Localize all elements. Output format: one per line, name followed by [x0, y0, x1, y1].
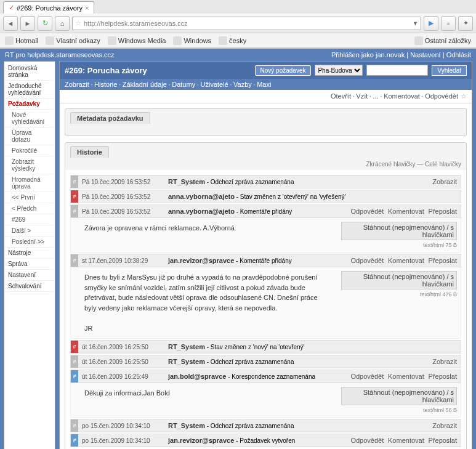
chevron-down-icon[interactable]: ▼ [413, 20, 418, 26]
sidebar-item[interactable]: << První [6, 192, 54, 203]
bookmark-item[interactable]: česky [219, 36, 246, 45]
sidebar-item[interactable]: Poslední >> [6, 237, 54, 248]
tab-bar: ✓ #269: Porucha závory × [0, 0, 476, 14]
sidebar-item[interactable]: Úprava dotazu [6, 127, 54, 145]
entry-action[interactable]: Přeposlat [429, 257, 457, 264]
sidebar-item[interactable]: Další > [6, 225, 54, 237]
entry-action[interactable]: Zobrazit [432, 422, 457, 429]
sidebar-item[interactable]: Pokročilé [6, 145, 54, 156]
sidebar-item[interactable]: Nástroje [6, 248, 54, 259]
entry-description: anna.vyborna@ajeto - Komentáře přidány [164, 205, 344, 217]
entry-action[interactable]: Zobrazit [432, 178, 457, 185]
entry-marker[interactable]: # [71, 341, 78, 353]
close-icon[interactable]: × [85, 4, 89, 12]
download-button[interactable]: Stáhnout (nepojmenováno) / s hlavičkami [341, 222, 457, 240]
submenu-item[interactable]: Zobrazit [65, 81, 89, 88]
sidebar-item[interactable]: Hromadná úprava [6, 174, 54, 192]
entry-marker[interactable]: # [71, 370, 78, 382]
action-link[interactable]: Komentovat [384, 92, 420, 100]
go-button[interactable]: ▶ [424, 16, 438, 31]
submenu-item[interactable]: Historie [94, 81, 117, 88]
forward-button[interactable]: ► [20, 16, 35, 31]
tab-title: #269: Porucha závory [17, 4, 83, 12]
tools-button[interactable]: ✦ [458, 16, 473, 31]
search-button[interactable]: Vyhledat [432, 65, 467, 76]
entry-marker[interactable]: # [71, 176, 78, 188]
sidebar-item[interactable]: #269 [6, 214, 54, 225]
reload-button[interactable]: ↻ [38, 16, 52, 31]
submenu-item[interactable]: Maxi [257, 81, 271, 88]
other-bookmarks[interactable]: Ostatní záložky [414, 36, 471, 45]
page-icon [5, 36, 14, 45]
entry-action[interactable]: Přeposlat [429, 437, 457, 444]
nav-toolbar: ◄ ► ↻ ⌂ ☆ http://helpdesk.starameseovas.… [0, 14, 476, 33]
queue-select[interactable]: Pha-Budova [315, 65, 363, 76]
sidebar-item[interactable]: Správa [6, 259, 54, 270]
history-toggle[interactable]: Zkrácené hlavičky — Celé hlavičky [65, 158, 466, 170]
entry-action[interactable]: Přeposlat [429, 373, 457, 380]
entry-actions: Zobrazit [426, 355, 461, 368]
submenu-item[interactable]: Vazby [233, 81, 252, 88]
logout-link[interactable]: Odhlásit [446, 51, 471, 59]
submenu-item[interactable]: Datumy [172, 81, 195, 88]
bookmark-bar: HotmailVlastní odkazyWindows MediaWindow… [0, 33, 476, 48]
entry-action[interactable]: Odpovědět [350, 437, 384, 444]
search-input[interactable] [366, 65, 428, 76]
entry-marker[interactable]: # [71, 434, 78, 447]
new-request-button[interactable]: Nový požadavek [255, 65, 312, 76]
history-entry: # po 15.čen.2009 10:34:10 jan.revizor@sp… [70, 434, 461, 449]
submenu-item[interactable]: Základní údaje [123, 81, 167, 88]
entry-marker[interactable]: # [71, 254, 78, 267]
download-button[interactable]: Stáhnout (nepojmenováno) / s hlavičkami [341, 271, 457, 289]
star-icon[interactable]: ☆ [461, 92, 467, 100]
entry-body: Děkuji za informaci.Jan Bold [78, 383, 337, 417]
sidebar-item[interactable]: Nové vyhledávání [6, 110, 54, 127]
star-icon[interactable]: ☆ [75, 19, 81, 27]
entry-action[interactable]: Odpovědět [350, 373, 384, 380]
entry-marker[interactable]: # [71, 355, 78, 368]
entry-action[interactable]: Zobrazit [432, 358, 457, 365]
entry-action[interactable]: Přeposlat [429, 208, 457, 215]
user-info: Přihlášen jako jan.novak | Nastavení | O… [331, 51, 471, 59]
page-button[interactable]: ▫ [441, 16, 456, 31]
entry-download: Stáhnout (nepojmenováno) / s hlavičkami … [337, 218, 461, 252]
sidebar-item[interactable]: Zobrazit výsledky [6, 156, 54, 174]
home-button[interactable]: ⌂ [55, 16, 70, 31]
settings-link[interactable]: Nastavení [410, 51, 441, 59]
entry-date: út 16.čen.2009 16:25:50 [78, 341, 164, 353]
submenu-item[interactable]: Uživatelé [201, 81, 228, 88]
bookmark-item[interactable]: Windows Media [108, 36, 166, 45]
entry-date: po 15.čen.2009 10:34:10 [78, 420, 164, 432]
entry-description: RT_System - Stav změnen z 'nový' na 'ote… [164, 341, 453, 353]
browser-tab[interactable]: ✓ #269: Porucha závory × [3, 1, 94, 14]
action-link[interactable]: Otevřít [331, 92, 351, 100]
bookmark-item[interactable]: Vlastní odkazy [46, 36, 100, 45]
entry-marker[interactable]: # [71, 190, 78, 203]
sidebar-item[interactable]: Domovská stránka [6, 63, 54, 81]
entry-marker[interactable]: # [71, 419, 78, 432]
download-button[interactable]: Stáhnout (nepojmenováno) / s hlavičkami [341, 387, 457, 405]
app-name: RT pro helpdesk.starameseovas.ccz [5, 51, 115, 59]
entry-action[interactable]: Komentovat [388, 437, 424, 444]
rt-app: RT pro helpdesk.starameseovas.ccz Přihlá… [0, 49, 476, 449]
action-link[interactable]: ... [373, 92, 379, 100]
url-bar[interactable]: ☆ http://helpdesk.starameseovas.ccz ▼ [72, 17, 421, 30]
sidebar-item[interactable]: < Předch [6, 203, 54, 214]
back-button[interactable]: ◄ [3, 16, 18, 31]
sidebar-item[interactable]: Schvalování [6, 281, 54, 292]
entry-action[interactable]: Komentovat [388, 257, 424, 264]
action-link[interactable]: Odpovědět [425, 92, 458, 100]
entry-action[interactable]: Komentovat [388, 208, 424, 215]
entry-action[interactable]: Komentovat [388, 373, 424, 380]
entry-action[interactable]: Odpovědět [350, 257, 384, 264]
action-link[interactable]: Vzít [356, 92, 368, 100]
bookmark-item[interactable]: Windows [173, 36, 211, 45]
sidebar-item[interactable]: Nastavení [6, 270, 54, 281]
bookmark-item[interactable]: Hotmail [5, 36, 38, 45]
entry-actions: Odpovědět Komentovat Přeposlat [344, 205, 461, 217]
sidebar-item[interactable]: Požadavky [6, 99, 54, 110]
entry-download: Stáhnout (nepojmenováno) / s hlavičkami … [337, 383, 461, 417]
entry-marker[interactable]: # [71, 205, 78, 217]
entry-action[interactable]: Odpovědět [350, 208, 384, 215]
sidebar-item[interactable]: Jednoduché vyhledávání [6, 81, 54, 99]
